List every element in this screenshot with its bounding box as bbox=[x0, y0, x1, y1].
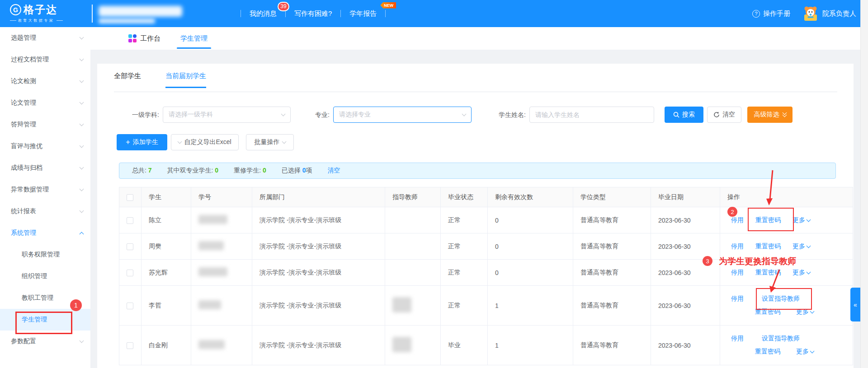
subtab-divider bbox=[114, 92, 837, 92]
sidebar-item-student-mgmt[interactable]: 学生管理 bbox=[0, 309, 90, 331]
sidebar-item-paper-check[interactable]: 论文检测 bbox=[0, 70, 90, 92]
logo-tagline: 教育大数据专家 bbox=[18, 18, 55, 23]
row-checkbox[interactable] bbox=[127, 303, 133, 309]
student-name-label: 学生姓名: bbox=[489, 107, 526, 123]
chevron-down-icon bbox=[810, 349, 815, 354]
cell-name: 苏光辉 bbox=[142, 260, 191, 286]
more-link[interactable]: 更多 bbox=[796, 308, 814, 316]
chevron-down-icon bbox=[80, 144, 84, 148]
subject-select[interactable]: 请选择一级学科 bbox=[163, 107, 291, 123]
manual-button[interactable]: ? 操作手册 bbox=[752, 0, 790, 27]
major-label: 专业: bbox=[309, 107, 330, 123]
reset-password-link[interactable]: 重置密码 bbox=[755, 308, 780, 316]
chevron-down-icon bbox=[80, 57, 84, 61]
sidebar-item-process-docs[interactable]: 过程文档管理 bbox=[0, 49, 90, 70]
more-link[interactable]: 更多 bbox=[793, 242, 810, 251]
export-excel-button[interactable]: 自定义导出Excel bbox=[171, 134, 239, 150]
sidebar: 选题管理 过程文档管理 论文检测 论文管理 答辩管理 盲评与推优 成绩与归档 异… bbox=[0, 27, 90, 368]
col-advisor: 指导教师 bbox=[385, 187, 441, 207]
sidebar-item-abnormal-data[interactable]: 异常数据管理 bbox=[0, 179, 90, 200]
row-checkbox[interactable] bbox=[127, 342, 133, 349]
header-separator bbox=[92, 5, 93, 23]
summary-retake: 重修学生: 0 bbox=[234, 167, 266, 175]
chevron-down-icon bbox=[80, 122, 84, 126]
chevron-down-icon bbox=[281, 112, 286, 116]
search-button[interactable]: 搜索 bbox=[665, 107, 703, 123]
top-header: G格子达 教育大数据专家 我的消息 39 写作有困难? 学年报告 NEW bbox=[0, 0, 860, 27]
chevron-down-icon bbox=[178, 139, 182, 144]
summary-clear-link[interactable]: 清空 bbox=[327, 167, 340, 175]
disable-link[interactable]: 停用 bbox=[731, 295, 744, 303]
page: G格子达 教育大数据专家 我的消息 39 写作有困难? 学年报告 NEW bbox=[0, 0, 868, 368]
more-link[interactable]: 更多 bbox=[793, 269, 810, 277]
nav-annual-report[interactable]: 学年报告 NEW bbox=[341, 9, 385, 18]
nav-annual-report-label: 学年报告 bbox=[349, 9, 377, 17]
user-menu[interactable]: 院系负责人 bbox=[802, 0, 856, 27]
tab-workbench[interactable]: 工作台 bbox=[118, 27, 170, 50]
sidebar-item-system-mgmt[interactable]: 系统管理 bbox=[0, 222, 90, 244]
cell-advisor bbox=[385, 233, 441, 260]
sidebar-item-topic-mgmt[interactable]: 选题管理 bbox=[0, 27, 90, 49]
more-link[interactable]: 更多 bbox=[793, 216, 810, 224]
advisor-redacted bbox=[392, 297, 411, 312]
disable-link[interactable]: 停用 bbox=[731, 269, 744, 277]
scrollbar-track[interactable] bbox=[860, 0, 868, 368]
major-select[interactable]: 请选择专业 bbox=[333, 107, 472, 123]
reset-password-link[interactable]: 重置密码 bbox=[755, 269, 781, 277]
advanced-filter-button[interactable]: 高级筛选 bbox=[747, 107, 793, 123]
disable-link[interactable]: 停用 bbox=[731, 335, 744, 343]
more-link[interactable]: 更多 bbox=[796, 348, 814, 356]
reset-password-link[interactable]: 重置密码 bbox=[755, 348, 780, 356]
double-chevron-down-icon bbox=[783, 113, 786, 116]
row-checkbox[interactable] bbox=[127, 217, 133, 224]
student-subtabs: 全部学生 当前届别学生 bbox=[114, 72, 206, 88]
sidebar-item-role-permissions[interactable]: 职务权限管理 bbox=[0, 244, 90, 266]
row-checkbox[interactable] bbox=[127, 243, 133, 250]
cell-department: 演示学院 -演示专业-演示班级 bbox=[252, 233, 385, 260]
chevron-down-icon bbox=[80, 165, 84, 170]
filter-row: 一级学科: 请选择一级学科 专业: 请选择专业 学生姓名: 搜索 清空 高级筛选 bbox=[97, 107, 854, 124]
row-checkbox[interactable] bbox=[127, 270, 133, 276]
cell-degree: 普通高等教育 bbox=[573, 260, 651, 286]
cell-name: 周樊 bbox=[142, 233, 191, 260]
sidebar-item-blind-review[interactable]: 盲评与推优 bbox=[0, 135, 90, 157]
chevron-down-icon bbox=[80, 35, 84, 40]
clear-button[interactable]: 清空 bbox=[707, 107, 741, 123]
chevron-down-icon bbox=[80, 79, 84, 83]
student-name-input[interactable] bbox=[529, 107, 654, 123]
sidebar-item-defense-mgmt[interactable]: 答辩管理 bbox=[0, 114, 90, 135]
search-icon bbox=[673, 112, 679, 118]
subtab-all-students[interactable]: 全部学生 bbox=[114, 72, 141, 88]
add-student-button[interactable]: + 添加学生 bbox=[117, 134, 167, 150]
logo-icon: G bbox=[10, 4, 21, 15]
batch-actions-button[interactable]: 批量操作 bbox=[246, 134, 294, 150]
cell-degree: 普通高等教育 bbox=[573, 207, 651, 233]
reset-password-link[interactable]: 重置密码 bbox=[755, 216, 781, 224]
advisor-redacted bbox=[392, 337, 411, 352]
nav-my-messages[interactable]: 我的消息 39 bbox=[241, 9, 285, 18]
select-all-checkbox[interactable] bbox=[127, 194, 133, 201]
cell-advisor bbox=[385, 260, 441, 286]
sidebar-item-paper-mgmt[interactable]: 论文管理 bbox=[0, 92, 90, 114]
subtab-current-cohort[interactable]: 当前届别学生 bbox=[165, 72, 206, 88]
reset-password-link[interactable]: 重置密码 bbox=[755, 242, 781, 251]
sidebar-item-statistics[interactable]: 统计报表 bbox=[0, 200, 90, 222]
sidebar-item-grades-archive[interactable]: 成绩与归档 bbox=[0, 157, 90, 179]
sidebar-item-org-mgmt[interactable]: 组织管理 bbox=[0, 266, 90, 287]
set-advisor-link[interactable]: 设置指导教师 bbox=[762, 295, 800, 303]
user-name: 院系负责人 bbox=[822, 9, 856, 18]
tab-student-mgmt[interactable]: 学生管理 bbox=[170, 27, 217, 50]
cell-name: 白金刚 bbox=[142, 326, 191, 365]
disable-link[interactable]: 停用 bbox=[731, 216, 744, 224]
cell-name: 李哲 bbox=[142, 286, 191, 326]
question-circle-icon: ? bbox=[752, 10, 760, 18]
sidebar-item-staff-mgmt[interactable]: 教职工管理 bbox=[0, 287, 90, 309]
disable-link[interactable]: 停用 bbox=[731, 242, 744, 251]
set-advisor-link[interactable]: 设置指导教师 bbox=[762, 335, 800, 343]
sidebar-item-parameter-config[interactable]: 参数配置 bbox=[0, 331, 90, 352]
collapse-panel-tab[interactable]: « bbox=[850, 288, 860, 321]
nav-writing-help[interactable]: 写作有困难? bbox=[286, 9, 340, 18]
toolbar-row: + 添加学生 自定义导出Excel 批量操作 bbox=[97, 134, 854, 151]
collapse-icon: « bbox=[854, 301, 857, 308]
table-row: 苏光辉 演示学院 -演示专业-演示班级 正常 0 普通高等教育 2023-06-… bbox=[119, 260, 853, 286]
